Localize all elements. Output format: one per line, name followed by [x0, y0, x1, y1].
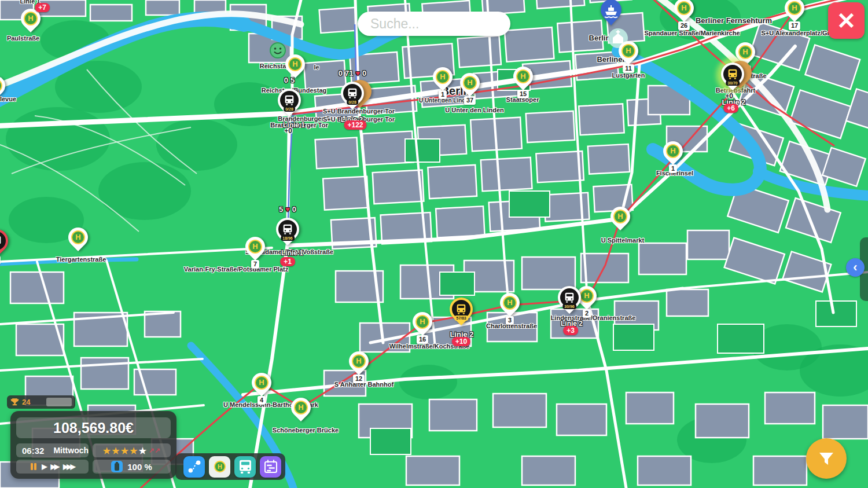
fast-forward-button[interactable]: ▶▶	[51, 463, 58, 470]
street-label: le	[314, 64, 319, 71]
bus-stop-pin[interactable]: H7	[245, 237, 265, 256]
waiting-passengers-badge: +6	[723, 104, 738, 113]
stop-number-badge: 1	[669, 164, 677, 173]
bus-stop-h-icon: H	[677, 1, 691, 15]
bus-passenger-counter: 05	[283, 76, 296, 85]
bus-capacity-label: 30/70	[726, 80, 740, 86]
fuel-display: 100 %	[93, 460, 171, 474]
bus-stop-h-icon: H	[352, 354, 366, 368]
bus-stop-pin[interactable]: H12	[349, 351, 369, 371]
star-empty-icon: ★	[139, 446, 146, 455]
money-display[interactable]: 108,569.80€	[16, 417, 171, 438]
bus-stop-pin[interactable]: H11	[619, 41, 638, 61]
stop-number-badge: 11	[623, 64, 634, 73]
stop-number-badge: 15	[517, 90, 529, 98]
bus-stop-h-icon: H	[415, 315, 429, 329]
zero-passengers-badge: +0	[725, 92, 733, 100]
star-filled-icon: ★	[130, 446, 137, 455]
trophy-bar[interactable]: 24	[7, 395, 75, 409]
close-icon: ✕	[837, 8, 856, 34]
rating-display: ★★★★★↗↗	[93, 443, 171, 457]
bus-passenger-counter: 5♥0	[278, 205, 297, 214]
bus-stop-pin[interactable]: H4	[252, 373, 271, 392]
stop-number-badge: 1	[439, 90, 447, 99]
bus-stop-h-icon: H	[613, 210, 627, 223]
fastest-forward-button[interactable]: ▶▶▶	[63, 463, 74, 470]
waiting-passengers-badge: +7	[35, 3, 50, 12]
funnel-icon	[815, 447, 838, 470]
bus-stop-pin[interactable]: H	[68, 228, 88, 247]
bus-pin[interactable]: 0/2805	[278, 89, 301, 112]
trophy-slot	[46, 398, 72, 406]
bus-stop-h-icon: H	[71, 230, 85, 244]
bus-stop-h-icon: H	[436, 70, 450, 84]
toolbar-bus-stops-button[interactable]: H	[209, 456, 230, 478]
bus-stop-pin[interactable]: H16	[413, 312, 432, 332]
bus-stop-pin[interactable]: H	[610, 207, 630, 226]
bus-stop-pin[interactable]: H37	[460, 73, 480, 93]
street-label: Tiergartenstraße	[56, 256, 106, 263]
toolbar-buses-button[interactable]	[234, 456, 256, 478]
trophy-icon	[10, 398, 19, 406]
status-panel: 108,569.80€ 06:32 Mittwoch ★★★★★↗↗ ▶▶▶▶▶…	[10, 411, 176, 479]
bus-stop-icon: H	[211, 458, 229, 475]
bus-stop-h-icon: H	[788, 1, 801, 15]
fuel-value: 100 %	[127, 462, 152, 472]
time-value: 06:32	[22, 446, 44, 456]
heart-icon: ♥	[355, 69, 360, 78]
bus-pin[interactable]: 18/965♥0	[276, 218, 299, 241]
bus-stop-pin[interactable]: H	[0, 76, 5, 96]
bus-stop-pin[interactable]: H	[291, 398, 311, 417]
stop-number-badge: 37	[464, 96, 476, 105]
bus-pin[interactable]: 0/28071♥0	[341, 82, 364, 105]
bus-capacity-label: 0/28	[284, 107, 295, 112]
street-label: Varian-Fry-Straße/Potsdamer Platz	[184, 266, 288, 273]
bus-stop-pin[interactable]: H1	[663, 141, 683, 161]
stop-number-badge: 7	[251, 260, 259, 269]
street-label: Berliner Fernsehturm	[696, 16, 772, 25]
star-filled-icon: ★	[103, 446, 111, 455]
bus-stop-h-icon: H	[248, 240, 262, 254]
fuel-icon	[111, 461, 123, 472]
bus-pin[interactable]: 1	[0, 229, 8, 252]
chevron-left-icon: ‹	[853, 260, 857, 274]
bus-icon	[237, 458, 254, 475]
play-button[interactable]: ▶	[42, 463, 45, 470]
stop-number-badge: 4	[258, 396, 266, 405]
bus-stop-h-icon: H	[738, 45, 752, 59]
game-map[interactable]: Linie 1PaulstraßelevueTiergartenstraßeRe…	[0, 0, 868, 488]
bus-stop-pin[interactable]: H1	[433, 67, 453, 87]
timetable-icon	[262, 458, 279, 475]
toolbar-routes-button[interactable]	[183, 456, 205, 478]
filter-button[interactable]	[806, 438, 847, 479]
bus-stop-pin[interactable]: H	[285, 54, 305, 74]
close-button[interactable]: ✕	[828, 2, 865, 39]
street-label: U Unter den Linden	[445, 107, 503, 113]
rating-trend-icon: ↗↗	[149, 446, 160, 454]
bus-stop-h-icon: H	[294, 401, 308, 414]
pause-button[interactable]	[31, 463, 36, 470]
street-label: levue	[0, 96, 16, 102]
toolbar-timetables-button[interactable]	[260, 456, 281, 478]
stop-number-badge: 17	[789, 21, 800, 30]
street-label: U Spittelmarkt	[601, 237, 645, 244]
bus-capacity-label: 0/28	[347, 100, 358, 105]
bus-stop-h-icon: H	[24, 12, 38, 25]
bus-stop-h-icon: H	[666, 144, 680, 158]
ship-poi-pin[interactable]	[599, 0, 623, 27]
bus-stop-h-icon: H	[516, 69, 530, 83]
bus-stop-pin[interactable]: H15	[513, 67, 533, 86]
panel-collapse-button[interactable]: ‹	[846, 258, 865, 277]
bus-stop-pin[interactable]: H17	[785, 0, 804, 18]
search-input[interactable]	[358, 16, 510, 32]
street-label: S+U Brandenburger Tor	[323, 108, 395, 115]
bus-stop-pin[interactable]: H26	[674, 0, 694, 18]
bus-pin[interactable]: 30/96	[558, 286, 581, 309]
money-value: 108,569.80€	[53, 420, 134, 436]
bus-pin[interactable]: 57/83	[450, 298, 473, 321]
star-filled-icon: ★	[121, 446, 128, 455]
bus-stop-pin[interactable]: H3	[500, 293, 520, 313]
route-label: Linie 1	[281, 249, 303, 257]
search-bar	[358, 12, 510, 36]
bus-pin[interactable]: 30/70	[721, 63, 744, 86]
